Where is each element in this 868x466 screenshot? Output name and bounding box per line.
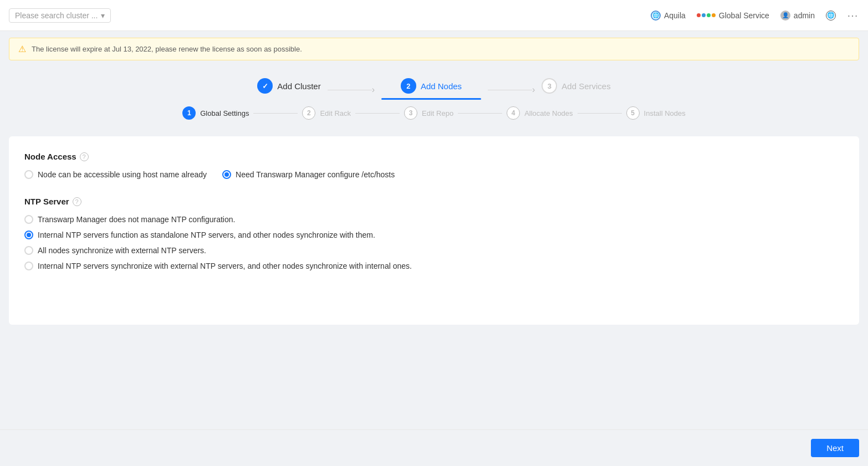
main-step-3-circle: 3 [542,78,557,94]
gs-dot-red [697,13,701,17]
banner-text: The license will expire at Jul 13, 2022,… [32,45,302,53]
sub-step-2-label: Edit Rack [320,109,351,117]
ntp-option-internal-standalone[interactable]: Internal NTP servers function as standal… [24,231,844,239]
sub-step-5-circle: 5 [626,106,640,120]
node-access-radio-hostname[interactable] [24,170,33,179]
user-icon: 👤 [780,11,790,21]
node-access-help-icon[interactable]: ? [80,152,89,161]
main-step-add-nodes: 2 Add Nodes [381,78,481,100]
header-right: 🌐 Aquila Global Service 👤 admin 🌐 ⋯ [651,9,859,22]
ntp-radio-external-all[interactable] [24,246,33,255]
gs-dot-yellow [712,13,716,17]
node-access-option-hostname[interactable]: Node can be accessible using host name a… [24,170,207,179]
global-service-icon [697,13,716,17]
sub-steps-row: 1 Global Settings 2 Edit Rack 3 Edit Rep… [9,106,859,120]
header-left: Please search cluster ... ▾ [9,8,111,23]
more-options-icon[interactable]: ⋯ [847,9,859,22]
ntp-option-internal-external[interactable]: Internal NTP servers synchronize with ex… [24,262,844,270]
sub-connector-3 [458,113,502,114]
section-separator-1 [24,183,844,197]
sub-step-2-circle: 2 [302,106,315,120]
ntp-server-title-text: NTP Server [24,197,69,206]
footer-spacer [0,325,868,358]
node-access-radio-transwarp-inner [224,172,229,177]
sub-step-1-circle: 1 [182,106,196,120]
sub-connector-1 [253,113,298,114]
active-step-underline [381,98,481,100]
main-connector-2-arrow: › [532,85,535,95]
node-access-title-text: Node Access [24,152,76,161]
main-step-3-label: Add Services [561,81,610,91]
ntp-option-no-manage[interactable]: Transwarp Manager does not manage NTP co… [24,215,844,224]
ntp-radio-internal-standalone[interactable] [24,231,33,239]
sub-connector-4 [578,113,622,114]
ntp-radio-no-manage[interactable] [24,215,33,224]
aquila-globe-icon: 🌐 [651,11,661,21]
main-step-2-label: Add Nodes [421,81,462,91]
ntp-radio-internal-external[interactable] [24,262,33,270]
sub-step-edit-rack: 2 Edit Rack [302,106,351,120]
node-access-hostname-label: Node can be accessible using host name a… [38,170,207,179]
main-connector-2 [488,90,532,90]
gs-dot-green [707,13,711,17]
sub-connector-2 [355,113,400,114]
language-nav[interactable]: 🌐 [826,11,836,21]
sub-step-install-nodes: 5 Install Nodes [626,106,686,120]
steps-container: ✓ Add Cluster › 2 Add Nodes › 3 Add [0,67,868,136]
global-service-nav[interactable]: Global Service [697,11,769,20]
node-access-transwarp-label: Need Transwarp Manager configure /etc/ho… [236,170,395,179]
next-button[interactable]: Next [811,439,859,457]
ntp-internal-standalone-label: Internal NTP servers function as standal… [38,231,375,239]
ntp-option-external-all[interactable]: All nodes synchronize with external NTP … [24,246,844,255]
sub-step-4-circle: 4 [507,106,520,120]
main-step-add-cluster: ✓ Add Cluster [257,78,320,94]
main-connector-1-arrow: › [372,85,375,95]
main-connector-1 [328,90,372,90]
content-panel: Node Access ? Node can be accessible usi… [9,136,859,325]
warning-icon: ⚠ [18,44,26,54]
ntp-internal-external-label: Internal NTP servers synchronize with ex… [38,262,412,270]
ntp-options-group: Transwarp Manager does not manage NTP co… [24,215,844,270]
header: Please search cluster ... ▾ 🌐 Aquila Glo… [0,0,868,31]
ntp-radio-internal-standalone-inner [27,233,31,237]
sub-step-5-label: Install Nodes [644,109,686,117]
main-step-2-circle: 2 [401,78,416,94]
ntp-no-manage-label: Transwarp Manager does not manage NTP co… [38,215,235,224]
sub-step-3-circle: 3 [404,106,417,120]
admin-label: admin [794,11,815,20]
node-access-radio-transwarp[interactable] [222,170,231,179]
cluster-chevron-icon: ▾ [101,11,105,20]
aquila-nav[interactable]: 🌐 Aquila [651,11,686,21]
sub-step-1-label: Global Settings [200,109,249,117]
main-step-add-services: 3 Add Services [542,78,610,94]
sub-step-3-label: Edit Repo [422,109,453,117]
world-icon: 🌐 [826,11,836,21]
ntp-server-help-icon[interactable]: ? [73,197,81,206]
footer: Next [0,429,868,466]
node-access-radio-group: Node can be accessible using host name a… [24,170,844,179]
node-access-option-transwarp[interactable]: Need Transwarp Manager configure /etc/ho… [222,170,395,179]
node-access-section-title: Node Access ? [24,152,844,161]
sub-step-4-label: Allocate Nodes [524,109,573,117]
main-step-1-label: Add Cluster [277,81,320,91]
sub-step-global-settings: 1 Global Settings [182,106,249,120]
cluster-selector[interactable]: Please search cluster ... ▾ [9,8,111,23]
cluster-placeholder-text: Please search cluster ... [15,11,98,20]
ntp-server-section-title: NTP Server ? [24,197,844,206]
sub-step-allocate-nodes: 4 Allocate Nodes [507,106,573,120]
admin-nav[interactable]: 👤 admin [780,11,815,21]
aquila-label: Aquila [664,11,686,20]
sub-step-edit-repo: 3 Edit Repo [404,106,453,120]
global-service-label: Global Service [719,11,769,20]
gs-dot-blue [702,13,706,17]
main-step-1-circle: ✓ [257,78,273,94]
ntp-external-all-label: All nodes synchronize with external NTP … [38,246,206,255]
license-banner: ⚠ The license will expire at Jul 13, 202… [9,38,859,60]
